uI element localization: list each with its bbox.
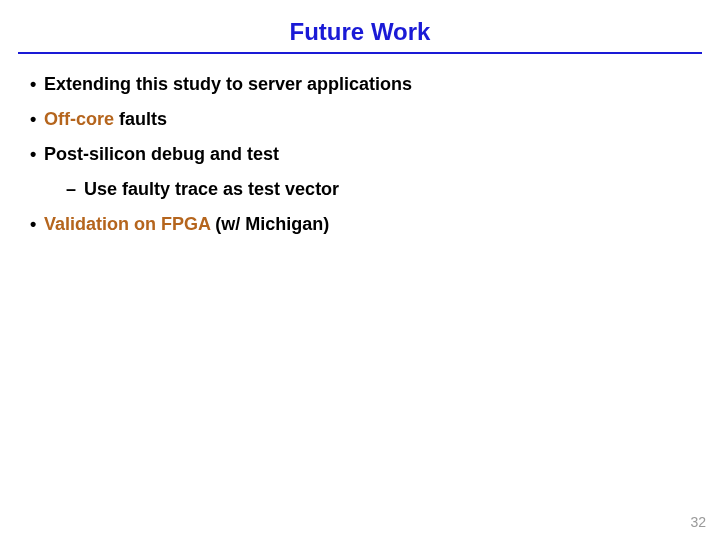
page-number: 32 xyxy=(690,514,706,530)
bullet-2-accent: Off-core xyxy=(44,109,114,129)
slide: Future Work Extending this study to serv… xyxy=(0,0,720,540)
bullet-4-rest: (w/ Michigan) xyxy=(210,214,329,234)
title-wrap: Future Work xyxy=(0,0,720,46)
bullet-3-sub-1-text: Use faulty trace as test vector xyxy=(84,179,339,199)
slide-body: Extending this study to server applicati… xyxy=(0,54,720,235)
bullet-3-sub-1: Use faulty trace as test vector xyxy=(66,179,690,200)
bullet-1-text: Extending this study to server applicati… xyxy=(44,74,412,94)
bullet-2-rest: faults xyxy=(114,109,167,129)
bullet-4-accent: Validation on FPGA xyxy=(44,214,210,234)
bullet-3: Post-silicon debug and test xyxy=(30,144,690,165)
bullet-2: Off-core faults xyxy=(30,109,690,130)
bullet-1: Extending this study to server applicati… xyxy=(30,74,690,95)
bullet-4: Validation on FPGA (w/ Michigan) xyxy=(30,214,690,235)
slide-title: Future Work xyxy=(290,18,431,46)
bullet-3-text: Post-silicon debug and test xyxy=(44,144,279,164)
